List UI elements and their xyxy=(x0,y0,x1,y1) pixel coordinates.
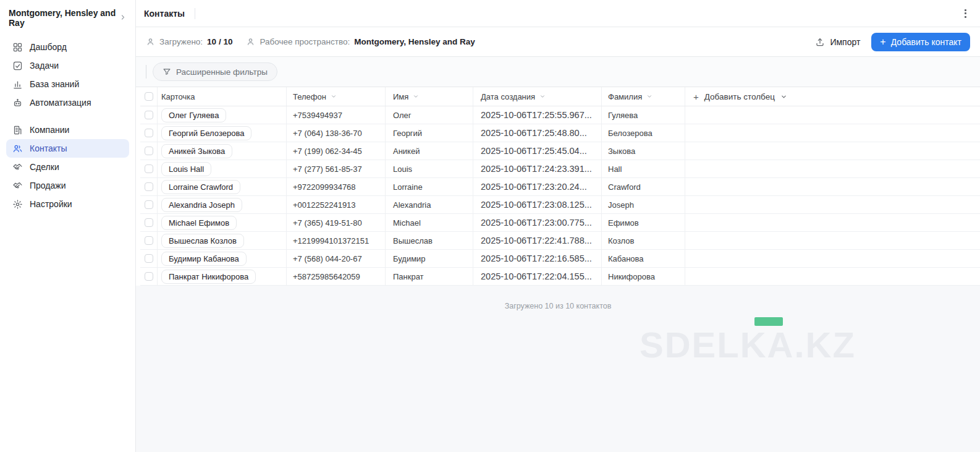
sidebar-nav-crm: Компании Контакты Сделки Продажи Настрой… xyxy=(6,121,129,213)
add-contact-label: Добавить контакт xyxy=(891,37,961,47)
created-date-cell: 2025-10-06T17:25:45.04... xyxy=(473,142,602,160)
phone-cell: +7539494937 xyxy=(287,106,386,124)
loaded-label: Загружено: xyxy=(159,37,203,46)
phone-cell: +58725985642059 xyxy=(287,268,386,285)
loaded-summary-text: Загружено 10 из 10 контактов xyxy=(136,286,980,310)
created-date-cell: 2025-10-06T17:24:23.391... xyxy=(473,160,602,177)
chevron-down-icon xyxy=(646,93,653,100)
row-checkbox[interactable] xyxy=(145,164,153,173)
sales-handshake-icon xyxy=(12,180,23,191)
row-checkbox[interactable] xyxy=(145,236,153,245)
first-name-cell: Lorraine xyxy=(386,178,473,195)
table-row[interactable]: Michael Ефимов +7 (365) 419-51-80 Michae… xyxy=(140,214,980,232)
column-header-last-name[interactable]: Фамилия xyxy=(602,87,685,106)
row-checkbox[interactable] xyxy=(145,254,153,263)
contact-card-chip[interactable]: Олег Гуляева xyxy=(161,108,226,122)
created-date-cell: 2025-10-06T17:23:08.125... xyxy=(473,196,602,213)
sidebar-item-label: Сделки xyxy=(30,162,59,172)
chevron-down-icon xyxy=(539,93,546,100)
first-name-cell: Alexandria xyxy=(386,196,473,213)
table-row[interactable]: Louis Hall +7 (277) 561-85-37 Louis 2025… xyxy=(140,160,980,178)
settings-gear-icon xyxy=(12,198,23,210)
table-footer-area: Загружено 10 из 10 контактов SDELKA.KZ xyxy=(136,286,980,452)
first-name-cell: Louis xyxy=(386,160,473,177)
created-date-cell: 2025-10-06T17:25:48.80... xyxy=(473,124,602,142)
title-divider xyxy=(195,8,195,19)
workspace-switcher[interactable]: Montgomery, Hensley and Ray xyxy=(6,0,129,38)
sidebar-item-settings[interactable]: Настройки xyxy=(6,195,129,213)
dashboard-icon xyxy=(12,41,23,53)
created-date-cell: 2025-10-06T17:25:55.967... xyxy=(473,106,602,124)
chevron-down-icon xyxy=(331,93,337,100)
select-all-checkbox[interactable] xyxy=(145,92,153,101)
sidebar-item-sales[interactable]: Продажи xyxy=(6,176,129,195)
table-row[interactable]: Lorraine Crawford +9722099934768 Lorrain… xyxy=(140,178,980,196)
filter-divider xyxy=(146,65,146,79)
advanced-filters-button[interactable]: Расширенные фильтры xyxy=(153,62,277,81)
knowledge-base-icon xyxy=(12,79,23,90)
phone-cell: +7 (568) 044-20-67 xyxy=(287,250,386,267)
table-row[interactable]: Аникей Зыкова +7 (199) 062-34-45 Аникей … xyxy=(140,142,980,160)
row-checkbox[interactable] xyxy=(145,111,153,119)
watermark-text: SDELKA.KZ xyxy=(640,324,856,365)
contact-card-chip[interactable]: Lorraine Crawford xyxy=(161,180,240,194)
filter-band: Расширенные фильтры xyxy=(136,57,980,87)
contact-card-chip[interactable]: Michael Ефимов xyxy=(161,216,237,230)
sidebar-item-label: Продажи xyxy=(30,181,65,190)
sidebar-item-contacts[interactable]: Контакты xyxy=(6,139,129,158)
contact-card-chip[interactable]: Будимир Кабанова xyxy=(161,252,247,266)
contact-card-chip[interactable]: Панкрат Никифорова xyxy=(161,270,256,284)
phone-cell: +7 (199) 062-34-45 xyxy=(287,142,386,160)
contact-card-chip[interactable]: Аникей Зыкова xyxy=(161,144,232,158)
last-name-cell: Кабанова xyxy=(602,250,685,267)
add-column-label: Добавить столбец xyxy=(704,92,775,101)
phone-cell: +1219994101372151 xyxy=(287,232,386,249)
automation-robot-icon xyxy=(12,97,23,108)
filter-funnel-icon xyxy=(163,67,171,76)
sidebar-item-dashboard[interactable]: Дашборд xyxy=(6,38,129,56)
sidebar-item-companies[interactable]: Компании xyxy=(6,121,129,139)
contact-card-chip[interactable]: Вышеслав Козлов xyxy=(161,234,244,248)
column-header-first-name[interactable]: Имя xyxy=(386,87,473,106)
column-header-phone[interactable]: Телефон xyxy=(287,87,386,106)
add-column-button[interactable]: + Добавить столбец xyxy=(693,92,787,102)
row-checkbox[interactable] xyxy=(145,147,153,155)
contact-card-chip[interactable]: Louis Hall xyxy=(161,162,211,176)
deals-handshake-icon xyxy=(12,161,23,173)
column-header-created[interactable]: Дата создания xyxy=(473,87,602,106)
table-row[interactable]: Георгий Белозерова +7 (064) 138-36-70 Ге… xyxy=(140,124,980,142)
table-row[interactable]: Олег Гуляева +7539494937 Олег 2025-10-06… xyxy=(140,106,980,124)
sidebar-item-label: База знаний xyxy=(30,79,79,89)
created-date-cell: 2025-10-06T17:23:20.24... xyxy=(473,178,602,195)
table-row[interactable]: Alexandria Joseph +0012252241913 Alexand… xyxy=(140,196,980,214)
table-row[interactable]: Панкрат Никифорова +58725985642059 Панкр… xyxy=(140,268,980,286)
table-row[interactable]: Вышеслав Козлов +1219994101372151 Вышесл… xyxy=(140,232,980,250)
toolbar: Загружено: 10 / 10 Рабочее пространство:… xyxy=(136,27,980,57)
page-title: Контакты xyxy=(144,9,185,19)
workspace-label: Рабочее пространство: xyxy=(260,37,350,46)
created-date-cell: 2025-10-06T17:22:41.788... xyxy=(473,232,602,249)
row-checkbox[interactable] xyxy=(145,129,153,137)
column-header-card: Карточка xyxy=(158,87,287,106)
table-row[interactable]: Будимир Кабанова +7 (568) 044-20-67 Буди… xyxy=(140,250,980,268)
last-name-cell: Crawford xyxy=(602,178,685,195)
row-checkbox[interactable] xyxy=(145,218,153,227)
sidebar-item-automation[interactable]: Автоматизация xyxy=(6,93,129,112)
tasks-icon xyxy=(12,60,23,71)
row-checkbox[interactable] xyxy=(145,200,153,209)
sidebar-item-knowledge-base[interactable]: База знаний xyxy=(6,75,129,93)
last-name-cell: Hall xyxy=(602,160,685,177)
sidebar-item-label: Задачи xyxy=(30,61,59,70)
row-checkbox[interactable] xyxy=(145,182,153,191)
add-contact-button[interactable]: + Добавить контакт xyxy=(871,33,970,51)
sidebar-item-tasks[interactable]: Задачи xyxy=(6,56,129,75)
contact-card-chip[interactable]: Георгий Белозерова xyxy=(161,126,251,140)
contact-card-chip[interactable]: Alexandria Joseph xyxy=(161,198,242,212)
sidebar-item-deals[interactable]: Сделки xyxy=(6,158,129,176)
import-button[interactable]: Импорт xyxy=(815,37,860,47)
phone-cell: +9722099934768 xyxy=(287,178,386,195)
more-options-kebab-icon[interactable] xyxy=(961,6,970,22)
row-checkbox[interactable] xyxy=(145,272,153,281)
created-date-cell: 2025-10-06T17:22:16.585... xyxy=(473,250,602,267)
contacts-people-icon xyxy=(12,143,23,154)
